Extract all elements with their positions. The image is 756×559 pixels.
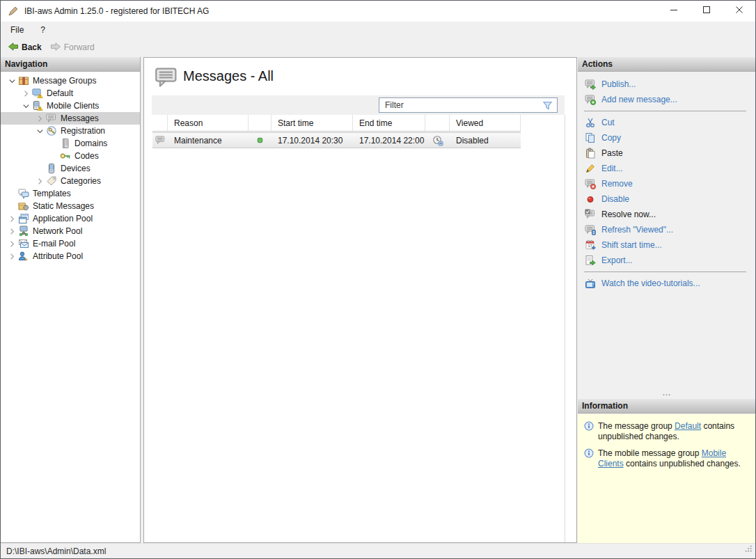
static-messages-icon <box>18 200 31 212</box>
column-header-icon[interactable] <box>425 115 450 131</box>
panel-splitter[interactable]: … <box>578 389 756 396</box>
messages-icon <box>46 113 58 124</box>
action-label: Edit... <box>601 164 623 173</box>
attribute-pool-icon <box>18 251 31 262</box>
column-header-icon[interactable] <box>152 115 168 131</box>
table-row[interactable]: Maintenance17.10.2014 20:3017.10.2014 22… <box>152 132 521 148</box>
column-header-start-time[interactable]: Start time <box>271 115 353 131</box>
row-status-cell <box>249 133 271 148</box>
close-button[interactable] <box>723 1 755 22</box>
info-link-default[interactable]: Default <box>675 421 701 431</box>
tree-item-label: Messages <box>61 113 99 123</box>
chevron-right-icon[interactable] <box>6 238 18 249</box>
action-remove[interactable]: Remove <box>578 176 756 191</box>
chevron-right-icon[interactable] <box>6 226 18 237</box>
chevron-right-icon[interactable] <box>34 113 46 124</box>
action-label: Resolve now... <box>601 210 656 219</box>
chevron-down-icon[interactable] <box>20 100 32 111</box>
forward-button[interactable]: Forward <box>46 40 99 56</box>
action-publish[interactable]: Publish... <box>578 77 756 92</box>
tree-item-categories[interactable]: Categories <box>1 175 140 187</box>
action-label: Cut <box>601 118 615 127</box>
action-cut[interactable]: Cut <box>578 115 756 130</box>
tree-item-network-pool[interactable]: Network Pool <box>1 225 140 237</box>
action-copy[interactable]: Copy <box>578 130 756 145</box>
action-label: Add new message... <box>601 95 677 104</box>
action-disable[interactable]: Disable <box>578 191 756 207</box>
status-file-path: D:\IBI-aws\Admin\Data.xml <box>6 546 106 556</box>
chevron-right-icon[interactable] <box>6 213 18 224</box>
tree-item-label: E-mail Pool <box>33 239 75 249</box>
tree-item-e-mail-pool[interactable]: E-mail Pool <box>1 237 140 250</box>
filter-bar: Filter <box>152 95 565 115</box>
chevron-right-icon[interactable] <box>6 251 18 262</box>
page-title: Messages - All <box>183 68 274 84</box>
menu-file[interactable]: File <box>3 23 31 37</box>
info-link-mobile-clients[interactable]: Mobile Clients <box>598 448 726 469</box>
information-panel: The message group Default contains unpub… <box>578 414 756 543</box>
tree-item-message-groups[interactable]: Message Groups <box>1 74 140 87</box>
info-icon <box>584 421 594 442</box>
cut-icon <box>585 117 596 128</box>
column-header-end-time[interactable]: End time <box>353 115 425 131</box>
tree-item-devices[interactable]: Devices <box>1 162 140 175</box>
tree-item-label: Default <box>47 88 73 98</box>
chevron-placeholder <box>34 163 46 174</box>
tree-item-label: Application Pool <box>33 214 93 223</box>
mobile-clients-icon <box>32 100 45 111</box>
action-paste: Paste <box>578 145 756 161</box>
title-bar: IBI-aws Admin 1.25.0 - registered for IB… <box>1 1 755 22</box>
info-icon <box>584 448 594 469</box>
tree-item-messages[interactable]: Messages <box>1 112 140 125</box>
tree-item-default[interactable]: Default <box>1 87 140 100</box>
minimize-icon <box>668 4 679 18</box>
tree-item-static-messages[interactable]: Static Messages <box>1 200 140 212</box>
tree-item-label: Network Pool <box>33 226 82 236</box>
chevron-down-icon[interactable] <box>6 75 18 86</box>
video-icon <box>585 278 596 289</box>
menu-bar: File ? <box>1 22 755 38</box>
information-header: Information <box>578 399 756 414</box>
disable-icon <box>585 194 596 205</box>
tree-item-mobile-clients[interactable]: Mobile Clients <box>1 100 140 112</box>
navigation-tree: Message GroupsDefaultMobile ClientsMessa… <box>1 72 140 262</box>
resize-grip-icon[interactable] <box>744 544 754 557</box>
maximize-button[interactable] <box>690 1 723 22</box>
codes-icon <box>60 150 72 162</box>
tree-item-application-pool[interactable]: Application Pool <box>1 212 140 225</box>
actions-separator <box>584 111 746 111</box>
action-add-new-message[interactable]: Add new message... <box>578 92 756 107</box>
filter-funnel-icon[interactable] <box>542 100 553 111</box>
back-button[interactable]: Back <box>3 40 46 56</box>
column-header-reason[interactable]: Reason <box>168 115 249 131</box>
action-label: Disable <box>601 194 629 204</box>
tree-item-label: Codes <box>74 151 99 161</box>
chevron-down-icon[interactable] <box>34 125 46 136</box>
svg-text:17: 17 <box>588 244 592 248</box>
action-label: Watch the video-tutorials... <box>601 278 700 288</box>
status-bar: D:\IBI-aws\Admin\Data.xml <box>1 543 755 558</box>
tree-item-registration[interactable]: Registration <box>1 125 140 137</box>
menu-help[interactable]: ? <box>33 23 52 37</box>
tree-item-codes[interactable]: Codes <box>1 150 140 162</box>
tree-item-attribute-pool[interactable]: Attribute Pool <box>1 250 140 262</box>
tree-item-label: Domains <box>74 139 107 148</box>
registration-icon <box>46 125 58 136</box>
filter-input[interactable]: Filter <box>379 97 558 113</box>
column-header-icon[interactable] <box>249 115 271 131</box>
chevron-right-icon[interactable] <box>34 175 46 187</box>
action-export[interactable]: Export... <box>578 253 756 268</box>
action-watch-the-video-tutorials[interactable]: Watch the video-tutorials... <box>578 276 756 291</box>
column-header-viewed[interactable]: Viewed <box>450 115 521 131</box>
tree-item-domains[interactable]: Domains <box>1 137 140 150</box>
row-type-cell <box>152 133 168 148</box>
action-refresh-viewed[interactable]: Refresh "Viewed"... <box>578 222 756 237</box>
actions-list: Publish...Add new message...CutCopyPaste… <box>578 72 756 291</box>
information-header-wrap: Information <box>578 399 756 414</box>
tree-item-templates[interactable]: Templates <box>1 187 140 200</box>
minimize-button[interactable] <box>657 1 690 22</box>
chevron-right-icon[interactable] <box>20 88 32 99</box>
action-shift-start-time[interactable]: 17Shift start time... <box>578 237 756 253</box>
app-window: IBI-aws Admin 1.25.0 - registered for IB… <box>0 0 756 559</box>
action-edit[interactable]: Edit... <box>578 161 756 176</box>
